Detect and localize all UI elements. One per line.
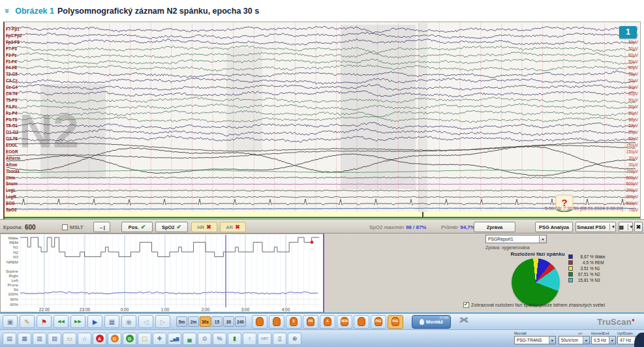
epoch-duration-15[interactable]: 15 (211, 316, 222, 327)
montage-preset-5[interactable]: A (320, 315, 335, 329)
marker-g-icon[interactable]: G (123, 333, 136, 345)
calendar-icon[interactable]: ▧ (48, 333, 61, 345)
report-options-button[interactable]: ▤▾ (619, 222, 633, 232)
epoch-duration-5m[interactable]: 5m (176, 316, 187, 327)
montage-preset-9[interactable]: PSG (388, 315, 403, 329)
marker-a-icon[interactable]: A (93, 333, 106, 345)
channel-label: Snore (6, 181, 18, 186)
epoch-duration-2m[interactable]: 2m (188, 316, 199, 327)
tools-icon[interactable]: ✚ (153, 333, 166, 345)
montage-preset-6[interactable]: REM (337, 315, 352, 329)
play-icon[interactable]: ▶ (87, 315, 102, 328)
clock-icon[interactable]: ⊙ (198, 333, 211, 345)
montage-preset-7[interactable] (354, 315, 369, 329)
chevron-down-icon[interactable]: ▾ (609, 337, 615, 344)
channel-scale: 500µV (626, 201, 639, 206)
channel-scale: 50µV (628, 130, 639, 135)
report-select[interactable]: PSGReport1 ▾ (485, 235, 547, 243)
sensitivity-select[interactable]: 50uV/cm▾ (559, 336, 590, 344)
fit-page-icon[interactable]: ▣ (3, 315, 18, 328)
montage-button[interactable]: Montáž A7+B8 (412, 315, 451, 329)
chevron-down-icon[interactable]: ▾ (539, 235, 546, 243)
channel-scale: 150µV (626, 143, 639, 148)
channel-label: C3-Cz (6, 78, 18, 83)
highpass-select[interactable]: 0,5 Hz▾ (591, 336, 616, 344)
goto-epoch-button[interactable]: →| (93, 222, 110, 232)
epoch-duration-30s[interactable]: 30s (200, 316, 211, 327)
patient-icon (256, 317, 264, 326)
snapshot-icon[interactable]: ◉ (121, 315, 136, 328)
montage-preset-2[interactable] (269, 315, 284, 329)
close-icon: ✖ (636, 224, 641, 230)
pie-legend: 8,67% Wake4,5% REM3,51% N167,51% N215,81… (568, 254, 606, 282)
channel-scale: 50µV (628, 46, 639, 52)
zoom-icon[interactable]: ⊕ (288, 333, 301, 345)
grid-icon[interactable]: ▦ (18, 333, 31, 345)
chevron-down-icon[interactable]: ▾ (583, 337, 589, 344)
sensitivity-label: +/- (578, 331, 583, 335)
position-valid-button[interactable]: Pos.✔ (121, 222, 153, 232)
abt-label-icon[interactable]: ABT (258, 333, 271, 345)
cross-icon: ✖ (206, 224, 211, 230)
edit-icon[interactable]: ✎ (20, 315, 35, 328)
page-left-icon[interactable]: ◁ (138, 315, 153, 328)
hr-invalid-button[interactable]: HR✖ (191, 222, 217, 232)
marker-o-icon[interactable]: O (108, 333, 121, 345)
legend-color-swatch (568, 254, 573, 259)
spo2-valid-button[interactable]: SpO2✔ (155, 222, 188, 232)
events-window-icon[interactable]: ▢ (138, 333, 151, 345)
scale-icon[interactable]: ⌂ (78, 333, 91, 345)
chart-icon[interactable]: ▂▅▇ (168, 333, 181, 345)
page-right-icon[interactable]: ▷ (155, 315, 170, 328)
video-icon[interactable]: ▦ (104, 315, 119, 328)
hypnogram-row-label: Supine (6, 269, 19, 273)
flag-icon[interactable]: ⚑ (37, 315, 52, 328)
eeg-trace-panel[interactable]: N2F7-Fp150µVFp1-Fp250µVFp2-F850µVF7-F350… (3, 22, 641, 219)
channel-label: T5-O1 (6, 123, 18, 128)
report-button[interactable]: Zpráva (474, 222, 515, 232)
time-axis-label: 1:00 (161, 307, 170, 312)
collapse-chevron-icon[interactable]: » (3, 8, 12, 13)
ar-invalid-button[interactable]: AR✖ (220, 222, 246, 232)
hypnogram-row-label: N2 (13, 250, 18, 254)
window-layout-icon[interactable]: ▤ (3, 333, 16, 345)
channel-label: F7-Fp1 (6, 27, 20, 32)
jump-forward-icon[interactable]: ▶▶ (70, 315, 85, 328)
close-button[interactable]: ✖ (634, 222, 643, 232)
lights-off-checkbox-box[interactable] (463, 302, 469, 308)
percent-icon[interactable]: % (213, 333, 226, 345)
mslt-checkbox[interactable]: MSLT (62, 220, 84, 234)
mslt-checkbox-box[interactable] (62, 224, 68, 230)
montage-preset-8[interactable]: PSG (371, 315, 386, 329)
montage-preset-3[interactable]: S (286, 315, 301, 329)
hypnogram[interactable]: WakeREMN1N2N3NREMSupineRightLeftProneSit… (1, 234, 322, 312)
table-icon[interactable]: ▥ (33, 333, 46, 345)
lights-off-checkbox[interactable]: Zobrazovat rozložení fází spánku pouze b… (463, 302, 605, 308)
hypnogram-row-label: 90% (10, 297, 19, 301)
montage-preset-1[interactable] (252, 315, 268, 329)
epoch-duration-240[interactable]: 240 (235, 316, 246, 327)
hypnogram-panel[interactable]: WakeREMN1N2N3NREMSupineRightLeftProneSit… (0, 234, 324, 312)
chevron-down-icon[interactable]: ▾ (628, 224, 633, 230)
chevron-down-icon[interactable]: ▾ (549, 337, 555, 344)
hypnogram-row-label: 80% (10, 302, 19, 307)
lowpass-label: Up/Down (617, 331, 633, 335)
epoch-duration-30[interactable]: 30 (223, 316, 234, 327)
battery-icon[interactable]: ▮ (228, 333, 241, 345)
arrow-up-icon[interactable]: ↑ (243, 333, 256, 345)
eeg-traces[interactable]: N2F7-Fp150µVFp1-Fp250µVFp2-F850µVF7-F350… (5, 22, 640, 219)
psg-analysis-button[interactable]: PSG Analýza (535, 222, 573, 232)
usb-icon[interactable]: ▯ (273, 333, 286, 345)
truscan-logo: TruScan● (597, 317, 635, 327)
hypnogram-row-label: Left (12, 278, 19, 282)
jump-back-icon[interactable]: ◀◀ (54, 315, 69, 328)
montage-select[interactable]: PSG-TRANS▾ (514, 336, 556, 344)
delete-psg-button[interactable]: Smazat PSG▾ (575, 222, 616, 232)
settings-tools-icon[interactable] (458, 315, 470, 328)
chevron-down-icon[interactable]: ▾ (609, 224, 615, 230)
montage-preset-4[interactable]: PR (303, 315, 318, 329)
channel-label: EOGR (6, 149, 18, 154)
bed-icon[interactable]: ▄ (183, 333, 196, 345)
channel-label: Fp1-Fp2 (6, 33, 22, 38)
ruler-icon[interactable]: ▭ (63, 333, 76, 345)
